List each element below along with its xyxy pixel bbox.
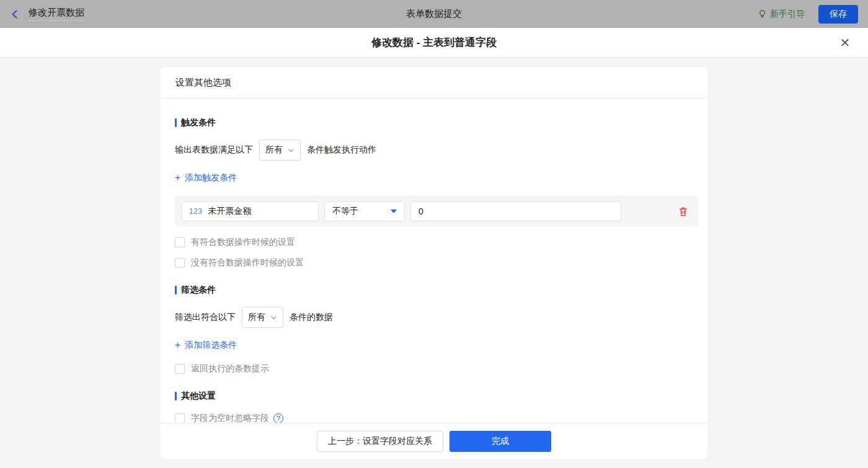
card-footer: 上一步：设置字段对应关系 完成: [161, 423, 707, 459]
filter-match-select[interactable]: 所有: [242, 307, 283, 328]
trash-icon: [678, 206, 689, 217]
return-count-checkbox-row[interactable]: 返回执行的条数提示: [175, 363, 699, 374]
card-content: 触发条件 输出表数据满足以下 所有 条件触发执行动作 + 添加触发条件: [161, 99, 707, 423]
add-trigger-condition-link[interactable]: + 添加触发条件: [175, 172, 237, 183]
trigger-section-title: 触发条件: [175, 117, 699, 128]
filter-section-title: 筛选条件: [175, 285, 699, 296]
trigger-condition-row: 123 未开票金额 不等于: [175, 196, 699, 226]
options-card: 设置其他选项 触发条件 输出表数据满足以下 所有 条件触发执行动作: [161, 67, 707, 459]
modal-dialog: 修改数据 - 主表到普通字段 ✕ 设置其他选项 触发条件 输出表数据满足以下 所…: [0, 28, 868, 468]
condition-operator-select[interactable]: 不等于: [324, 201, 405, 221]
plus-icon: +: [175, 340, 180, 350]
modal-body: 设置其他选项 触发条件 输出表数据满足以下 所有 条件触发执行动作: [0, 58, 868, 468]
top-toolbar: 修改开票数据 表单数据提交 新手引导 保存: [0, 0, 868, 28]
other-section-title: 其他设置: [175, 391, 699, 402]
modal-header: 修改数据 - 主表到普通字段 ✕: [0, 28, 868, 58]
filter-match-prefix: 筛选出符合以下: [175, 312, 236, 323]
section-accent-bar: [175, 392, 177, 400]
trigger-match-prefix: 输出表数据满足以下: [175, 144, 253, 156]
checkbox-unchecked-icon[interactable]: [175, 258, 185, 268]
beginner-guide-label: 新手引导: [770, 9, 805, 20]
caret-down-icon: [391, 210, 397, 213]
number-field-type-icon: 123: [189, 207, 203, 216]
checkbox-unchecked-icon[interactable]: [175, 237, 185, 247]
modal-title: 修改数据 - 主表到普通字段: [371, 35, 497, 50]
beginner-guide-link[interactable]: 新手引导: [758, 9, 805, 20]
section-accent-bar: [175, 286, 177, 294]
section-accent-bar: [175, 118, 177, 127]
page-title: 表单数据提交: [0, 8, 868, 20]
lightbulb-icon: [758, 9, 767, 19]
chevron-down-icon: [270, 314, 277, 321]
close-icon[interactable]: ✕: [838, 36, 852, 50]
ignore-empty-field-checkbox-row[interactable]: 字段为空时忽略字段 ?: [175, 413, 699, 423]
checkbox-unchecked-icon[interactable]: [175, 413, 185, 423]
condition-field-select[interactable]: 123 未开票金额: [182, 201, 319, 221]
trigger-match-row: 输出表数据满足以下 所有 条件触发执行动作: [175, 139, 699, 161]
done-button[interactable]: 完成: [450, 431, 551, 452]
no-matching-data-checkbox-row[interactable]: 没有符合数据操作时候的设置: [175, 257, 699, 268]
save-button[interactable]: 保存: [818, 5, 858, 24]
condition-value-input[interactable]: [410, 201, 621, 221]
previous-step-button[interactable]: 上一步：设置字段对应关系: [317, 431, 443, 452]
has-matching-data-checkbox-row[interactable]: 有符合数据操作时候的设置: [175, 237, 699, 248]
card-header-title: 设置其他选项: [161, 67, 707, 99]
flow-name[interactable]: 修改开票数据: [29, 7, 84, 21]
trigger-condition-section: 触发条件 输出表数据满足以下 所有 条件触发执行动作 + 添加触发条件: [175, 117, 699, 268]
filter-condition-section: 筛选条件 筛选出符合以下 所有 条件的数据 + 添加筛选条件: [175, 285, 699, 374]
trigger-match-suffix: 条件触发执行动作: [307, 144, 376, 156]
plus-icon: +: [175, 173, 180, 183]
condition-field-name: 未开票金额: [208, 206, 252, 217]
help-question-icon[interactable]: ?: [273, 413, 283, 423]
checkbox-unchecked-icon[interactable]: [175, 364, 185, 374]
back-icon[interactable]: [10, 9, 20, 19]
filter-match-row: 筛选出符合以下 所有 条件的数据: [175, 307, 699, 328]
trigger-match-select[interactable]: 所有: [259, 139, 301, 161]
filter-match-suffix: 条件的数据: [290, 312, 333, 323]
other-settings-section: 其他设置 字段为空时忽略字段 ?: [175, 391, 699, 423]
add-filter-condition-link[interactable]: + 添加筛选条件: [175, 340, 237, 351]
delete-condition-button[interactable]: [676, 205, 690, 218]
chevron-down-icon: [288, 147, 294, 154]
